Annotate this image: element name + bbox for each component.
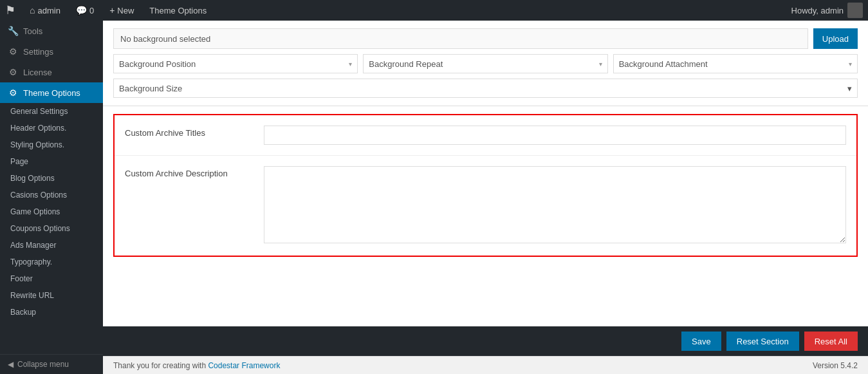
bg-dropdowns-row: Background Position ▾ Background Repeat … [113,54,858,73]
typography-label: Typography. [10,257,52,266]
admin-home-link[interactable]: ⌂ admin [26,0,64,21]
background-section: No background selected Upload Background… [103,21,868,106]
general-settings-label: General Settings [10,107,68,116]
upload-button[interactable]: Upload [813,28,858,49]
footer-action-bar: Save Reset Section Reset All [103,326,868,356]
collapse-menu-button[interactable]: ◀ Collapse menu [0,354,103,374]
archive-description-field [264,166,846,245]
bg-repeat-dropdown[interactable]: Background Repeat ▾ [363,54,607,73]
bg-attachment-dropdown[interactable]: Background Attachment ▾ [613,54,858,73]
sidebar-item-blog-options[interactable]: Blog Options [0,170,103,187]
credits-bar: Thank you for creating with Codestar Fra… [103,356,868,374]
tools-icon: 🔧 [8,26,18,36]
comments-icon: 💬 [76,5,87,15]
sidebar-item-footer[interactable]: Footer [0,270,103,287]
archive-description-row: Custom Archive Description [115,156,856,256]
chevron-down-icon: ▾ [599,61,602,68]
howdy-text: Howdy, admin [791,3,863,18]
header-options-label: Header Options. [10,124,66,133]
sidebar-item-tools[interactable]: 🔧 Tools [0,21,103,41]
bg-no-selected-row: No background selected Upload [113,28,858,49]
settings-icon: ⚙ [8,46,18,57]
save-button[interactable]: Save [681,332,721,351]
license-icon: ⚙ [8,67,18,77]
sidebar-item-theme-options[interactable]: ⚙ Theme Options [0,82,103,103]
archive-description-label: Custom Archive Description [125,166,254,178]
theme-options-icon: ⚙ [8,88,18,98]
chevron-down-icon: ▾ [349,61,352,68]
avatar [847,3,863,18]
rewrite-url-label: Rewrite URL [10,291,54,300]
comments-count: 0 [89,6,94,15]
archive-titles-field [264,126,846,145]
casions-options-label: Casions Options [10,191,67,200]
content-inner: No background selected Upload Background… [103,21,868,257]
sidebar-item-coupons-options[interactable]: Coupons Options [0,220,103,237]
content-area: No background selected Upload Background… [103,21,868,374]
sidebar-item-header-options[interactable]: Header Options. [0,120,103,136]
bg-no-selected-text: No background selected [113,28,808,49]
wp-logo-icon[interactable]: ⚑ [5,3,15,17]
license-label: License [23,68,52,77]
archive-titles-input[interactable] [264,126,846,145]
archive-titles-row: Custom Archive Titles [115,115,856,156]
settings-label: Settings [23,47,53,57]
sidebar-item-styling-options[interactable]: Styling Options. [0,136,103,153]
bg-size-dropdown[interactable]: Background Size ▾ [113,79,858,98]
new-label: New [117,6,134,15]
archive-description-textarea[interactable] [264,166,846,243]
reset-section-button[interactable]: Reset Section [726,332,799,351]
tools-label: Tools [23,26,42,36]
collapse-menu-label: Collapse menu [17,360,69,369]
sidebar-item-license[interactable]: ⚙ License [0,62,103,82]
new-link[interactable]: + New [106,0,138,21]
sidebar-item-page[interactable]: Page [0,153,103,170]
chevron-down-icon: ▾ [849,61,852,68]
credits-text: Thank you for creating with Codestar Fra… [113,361,280,370]
ads-manager-label: Ads Manager [10,241,56,250]
sidebar-item-general-settings[interactable]: General Settings [0,103,103,120]
coupons-options-label: Coupons Options [10,224,70,233]
sidebar-item-backup[interactable]: Backup [0,304,103,321]
styling-options-label: Styling Options. [10,140,64,149]
theme-options-link[interactable]: Theme Options [145,0,210,21]
backup-label: Backup [10,308,36,317]
main-content: No background selected Upload Background… [103,21,868,326]
sidebar-item-game-options[interactable]: Game Options [0,203,103,220]
bg-size-row: Background Size ▾ [113,79,858,98]
plus-icon: + [109,5,115,15]
version-text: Version 5.4.2 [813,361,858,370]
blog-options-label: Blog Options [10,174,55,183]
footer-label: Footer [10,274,33,283]
theme-options-sidebar-label: Theme Options [23,88,80,98]
sidebar-item-casions-options[interactable]: Casions Options [0,187,103,203]
codestar-link[interactable]: Codestar Framework [208,361,280,370]
comments-link[interactable]: 💬 0 [72,0,98,21]
admin-sidebar: 🔧 Tools ⚙ Settings ⚙ License ⚙ Theme Opt… [0,21,103,374]
highlighted-section: Custom Archive Titles Custom Archive Des… [113,114,858,257]
archive-titles-label: Custom Archive Titles [125,126,254,138]
chevron-down-icon: ▾ [847,84,852,93]
bg-position-dropdown[interactable]: Background Position ▾ [113,54,358,73]
sidebar-item-ads-manager[interactable]: Ads Manager [0,237,103,254]
theme-options-adminbar-label: Theme Options [149,6,207,15]
reset-all-button[interactable]: Reset All [804,332,858,351]
home-icon: ⌂ [30,5,35,15]
admin-label: admin [37,6,60,15]
sidebar-item-settings[interactable]: ⚙ Settings [0,41,103,62]
game-options-label: Game Options [10,207,60,216]
page-label: Page [10,157,28,166]
admin-bar: ⚑ ⌂ admin 💬 0 + New Theme Options Howdy,… [0,0,868,21]
sidebar-item-rewrite-url[interactable]: Rewrite URL [0,287,103,304]
collapse-arrow-icon: ◀ [8,360,14,369]
sidebar-item-typography[interactable]: Typography. [0,254,103,270]
